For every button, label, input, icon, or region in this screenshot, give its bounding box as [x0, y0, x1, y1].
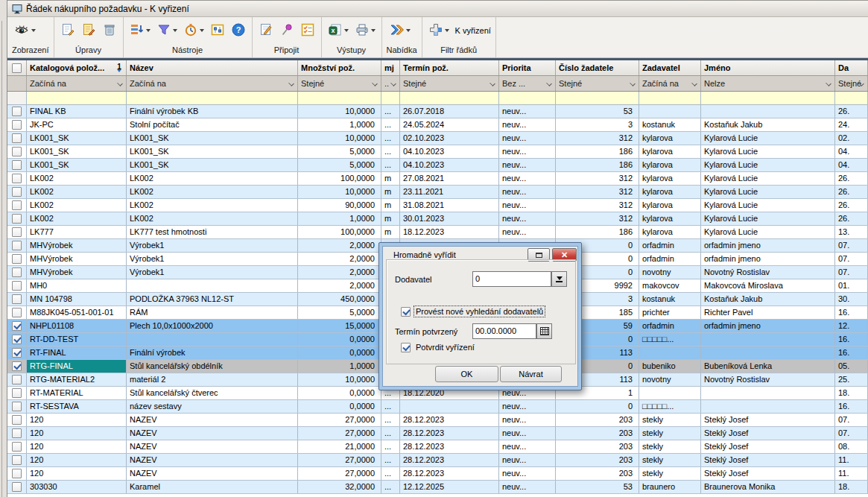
settings-button[interactable]: [209, 21, 226, 40]
row-selector-cell[interactable]: [7, 92, 27, 104]
table-cell[interactable]: MHVýrobek: [27, 266, 127, 279]
new-entry-cell[interactable]: [835, 92, 868, 104]
grid-new-entry-row[interactable]: [7, 92, 868, 105]
row-checkbox[interactable]: [12, 268, 22, 277]
table-cell[interactable]: Plech 10,0x1000x2000: [127, 320, 298, 332]
table-cell[interactable]: 21,0000: [298, 440, 381, 453]
table-cell[interactable]: 16.: [835, 306, 868, 319]
column-header-1[interactable]: Katalogová polož...1: [27, 60, 127, 75]
row-selector-cell[interactable]: [7, 145, 27, 158]
column-filter-7[interactable]: Stejné: [556, 76, 639, 91]
table-cell[interactable]: 13.: [835, 226, 868, 238]
row-selector-cell[interactable]: [7, 279, 27, 292]
table-cell[interactable]: 100,0000: [298, 172, 381, 185]
table-cell[interactable]: Steklý Josef: [701, 467, 835, 480]
row-checkbox[interactable]: [12, 402, 22, 411]
row-selector-cell[interactable]: [7, 440, 27, 453]
ok-button[interactable]: OK: [435, 366, 498, 382]
table-cell[interactable]: 28.12.2023: [400, 454, 499, 466]
table-cell[interactable]: ...: [381, 105, 400, 118]
table-cell[interactable]: 203: [556, 467, 639, 480]
row-checkbox-checked[interactable]: [12, 321, 22, 331]
table-cell[interactable]: 2,0000: [298, 253, 381, 265]
table-cell[interactable]: m: [381, 186, 400, 198]
table-cell[interactable]: 26.07.2018: [400, 105, 499, 118]
table-cell[interactable]: Výrobek1: [127, 239, 298, 252]
row-selector-cell[interactable]: [7, 346, 27, 359]
table-cell[interactable]: 27,0000: [298, 427, 381, 440]
new-entry-cell[interactable]: [556, 92, 639, 104]
table-cell[interactable]: 28.12.2023: [400, 414, 499, 426]
table-cell[interactable]: neuv...: [499, 118, 556, 131]
table-cell[interactable]: Kylarová Lucie: [701, 226, 835, 238]
table-row[interactable]: LK002LK002100,0000m27.08.2021neuv...312k…: [7, 172, 868, 186]
table-cell[interactable]: [701, 400, 835, 413]
delete-button[interactable]: [101, 21, 118, 40]
table-cell[interactable]: ...: [381, 427, 400, 440]
table-cell[interactable]: kylarova: [639, 212, 701, 225]
table-cell[interactable]: FINAL KB: [27, 105, 127, 118]
table-cell[interactable]: 0,0000: [298, 400, 381, 413]
table-cell[interactable]: 27,0000: [298, 414, 381, 426]
table-cell[interactable]: 24.05.2024: [400, 118, 499, 131]
confirmed-date-field[interactable]: 00.00.0000: [472, 323, 536, 339]
table-cell[interactable]: NAZEV: [127, 414, 298, 426]
supplier-lookup-button[interactable]: [551, 271, 567, 287]
table-cell[interactable]: 10,0000: [298, 105, 381, 118]
table-cell[interactable]: LK002: [127, 212, 298, 225]
table-cell[interactable]: Bubeníková Lenka: [701, 360, 835, 373]
row-selector-cell[interactable]: [7, 320, 27, 332]
table-cell[interactable]: Kylarová Lucie: [701, 145, 835, 158]
table-cell[interactable]: kylarova: [639, 132, 701, 145]
table-cell[interactable]: M88JK045-051-001-01: [27, 306, 127, 319]
table-cell[interactable]: Kylarová Lucie: [701, 186, 835, 198]
table-cell[interactable]: LK002: [127, 172, 298, 185]
dropdown-caret-icon[interactable]: [371, 29, 376, 32]
table-cell[interactable]: 28.12.2023: [400, 467, 499, 480]
table-cell[interactable]: 3: [556, 118, 639, 131]
table-cell[interactable]: kostanuk: [639, 118, 701, 131]
table-cell[interactable]: 11.: [835, 454, 868, 466]
table-cell[interactable]: Steklý Josef: [701, 454, 835, 466]
table-cell[interactable]: Kostaňuk Jakub: [701, 118, 835, 131]
table-row[interactable]: 120NAZEV27,0000...28.12.2023neuv...203st…: [7, 454, 868, 467]
table-cell[interactable]: LK002: [27, 212, 127, 225]
row-selector-cell[interactable]: [7, 306, 27, 319]
table-cell[interactable]: neuv...: [499, 226, 556, 238]
table-cell[interactable]: [639, 346, 701, 359]
table-cell[interactable]: 25.: [835, 373, 868, 386]
table-cell[interactable]: Steklý Josef: [701, 427, 835, 440]
table-cell[interactable]: 312: [556, 199, 639, 212]
dropdown-caret-icon[interactable]: [445, 29, 449, 32]
table-cell[interactable]: Výrobek1: [127, 266, 298, 279]
table-cell[interactable]: [701, 346, 835, 359]
table-cell[interactable]: Stůl kancelářský obdélník: [127, 360, 298, 373]
table-cell[interactable]: [127, 279, 298, 292]
table-cell[interactable]: 53: [556, 481, 639, 493]
row-checkbox[interactable]: [12, 133, 22, 143]
table-cell[interactable]: 0,0000: [298, 387, 381, 399]
row-selector-cell[interactable]: [7, 132, 27, 145]
table-cell[interactable]: prichter: [639, 306, 701, 319]
table-cell[interactable]: ...: [381, 145, 400, 158]
table-cell[interactable]: □□□□□...: [639, 333, 701, 346]
table-cell[interactable]: ...: [381, 400, 400, 413]
table-cell[interactable]: RT-FINAL: [27, 346, 127, 359]
table-cell[interactable]: novotny: [639, 266, 701, 279]
table-cell[interactable]: 10,0000: [298, 186, 381, 198]
row-checkbox[interactable]: [12, 187, 22, 197]
table-cell[interactable]: 31.08.2021: [400, 199, 499, 212]
table-cell[interactable]: kylarova: [639, 226, 701, 238]
table-row[interactable]: LK002LK00290,0000m31.08.2021neuv...312ky…: [7, 199, 868, 212]
dropdown-caret-icon[interactable]: [344, 29, 349, 32]
row-checkbox[interactable]: [12, 254, 22, 264]
table-cell[interactable]: 0: [556, 400, 639, 413]
table-cell[interactable]: [400, 400, 499, 413]
table-cell[interactable]: ...: [381, 414, 400, 426]
row-checkbox-checked[interactable]: [12, 348, 22, 358]
table-cell[interactable]: neuv...: [499, 199, 556, 212]
dropdown-caret-icon[interactable]: [146, 29, 151, 32]
stopwatch-button[interactable]: [182, 21, 206, 40]
table-cell[interactable]: 02.: [835, 132, 868, 145]
table-cell[interactable]: 0,0000: [298, 333, 381, 346]
